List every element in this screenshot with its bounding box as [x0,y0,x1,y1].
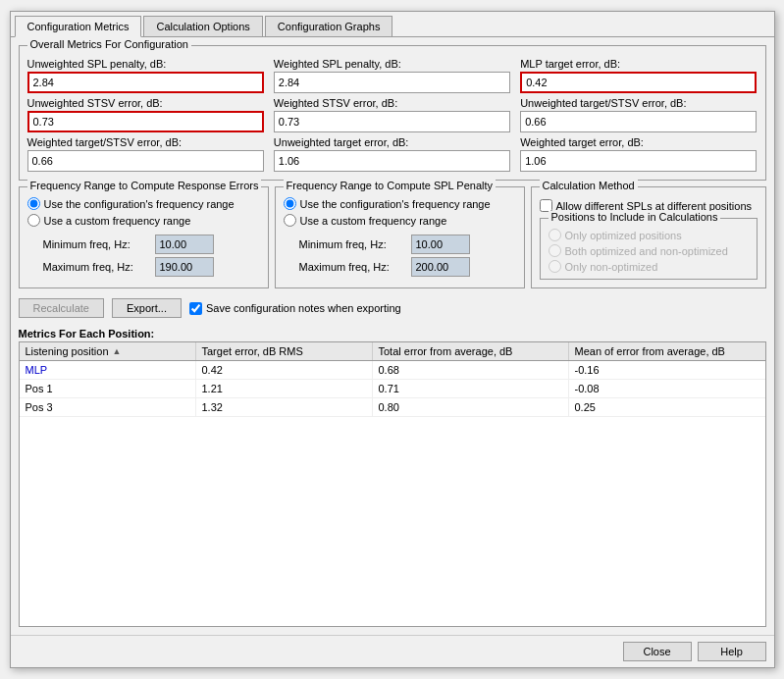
middle-row: Frequency Range to Compute Response Erro… [19,186,766,288]
metric-unweighted-target: Unweighted target error, dB: [274,136,510,172]
save-notes-row: Save configuration notes when exporting [189,302,401,315]
weighted-stsv-label: Weighted STSV error, dB: [274,97,510,109]
freq-spl-title: Frequency Range to Compute SPL Penalty [284,180,497,191]
weighted-spl-label: Weighted SPL penalty, dB: [274,58,510,70]
freq-spl-max-input[interactable] [411,257,470,277]
freq-response-max-label: Maximum freq, Hz: [43,261,151,273]
freq-response-radio2-label[interactable]: Use a custom frequency range [44,215,191,227]
row2-mean-error: 0.25 [569,398,765,416]
weighted-spl-input[interactable] [274,72,510,93]
unweighted-target-stsv-label: Unweighted target/STSV error, dB: [520,97,757,109]
freq-response-max-input[interactable] [155,257,214,277]
save-notes-label[interactable]: Save configuration notes when exporting [206,302,401,314]
row0-target-error: 0.42 [196,361,373,379]
calc-method-group: Calculation Method Allow different SPLs … [531,186,766,288]
positions-radio3-row: Only non-optimized [549,260,749,273]
overall-metrics-group: Overall Metrics For Configuration Unweig… [19,45,766,181]
metric-weighted-target-stsv: Weighted target/STSV error, dB: [27,136,264,172]
positions-radio2-row: Both optimized and non-optimized [549,244,749,257]
close-button[interactable]: Close [623,642,692,661]
sort-arrow-icon: ▲ [113,346,122,356]
metric-weighted-stsv: Weighted STSV error, dB: [274,97,510,132]
freq-spl-min-label: Minimum freq, Hz: [299,238,407,250]
row0-position[interactable]: MLP [20,361,196,379]
action-row: Recalculate Export... Save configuration… [19,294,766,322]
col-mean-error: Mean of error from average, dB [569,342,765,360]
unweighted-spl-input[interactable] [27,72,264,93]
table-row: Pos 1 1.21 0.71 -0.08 [20,380,765,398]
freq-spl-radio1[interactable] [284,197,296,210]
positions-radios: Only optimized positions Both optimized … [549,229,749,273]
metric-unweighted-target-stsv: Unweighted target/STSV error, dB: [520,97,757,132]
weighted-stsv-input[interactable] [274,111,510,132]
help-button[interactable]: Help [698,642,766,661]
freq-response-min-input[interactable] [155,235,214,254]
freq-spl-min-input[interactable] [411,235,470,254]
freq-response-max-row: Maximum freq, Hz: [27,257,260,277]
bottom-bar: Close Help [11,635,774,667]
unweighted-stsv-input[interactable] [27,111,264,132]
row1-position: Pos 1 [20,380,196,397]
freq-response-radio1-label[interactable]: Use the configuration's frequency range [44,198,235,210]
positions-radio2-label: Both optimized and non-optimized [565,245,728,257]
metrics-grid: Unweighted SPL penalty, dB: Weighted SPL… [27,58,758,172]
metric-mlp-target: MLP target error, dB: [520,58,757,93]
row2-total-error: 0.80 [373,398,569,416]
freq-response-inputs: Minimum freq, Hz: Maximum freq, Hz: [27,235,260,277]
unweighted-target-input[interactable] [274,150,510,172]
freq-spl-radio1-row: Use the configuration's frequency range [284,197,516,210]
freq-spl-radio2-row: Use a custom frequency range [284,214,516,227]
positions-group: Positions to Include in Calculations Onl… [540,218,758,280]
freq-spl-radio2[interactable] [284,214,296,227]
overall-metrics-title: Overall Metrics For Configuration [27,38,191,50]
freq-spl-radios: Use the configuration's frequency range … [284,197,516,277]
table-row: Pos 3 1.32 0.80 0.25 [20,398,765,417]
export-button[interactable]: Export... [112,298,182,318]
freq-spl-radio2-label[interactable]: Use a custom frequency range [300,215,447,227]
main-dialog: Configuration Metrics Calculation Option… [10,11,775,668]
metric-weighted-target: Weighted target error, dB: [520,136,757,172]
tab-config-metrics[interactable]: Configuration Metrics [15,16,142,37]
freq-spl-radio1-label[interactable]: Use the configuration's frequency range [300,198,491,210]
row0-total-error: 0.68 [373,361,569,379]
positions-radio1-label: Only optimized positions [565,230,682,241]
row2-target-error: 1.32 [196,398,373,416]
freq-response-radio1-row: Use the configuration's frequency range [27,197,260,210]
freq-response-radio1[interactable] [27,197,40,210]
row1-mean-error: -0.08 [569,380,765,397]
weighted-target-input[interactable] [520,150,757,172]
unweighted-spl-label: Unweighted SPL penalty, dB: [27,58,264,70]
tab-config-graphs[interactable]: Configuration Graphs [265,16,393,36]
recalculate-button[interactable]: Recalculate [19,298,104,318]
weighted-target-stsv-input[interactable] [27,150,264,172]
metric-weighted-spl: Weighted SPL penalty, dB: [274,58,510,93]
calc-method-content: Allow different SPLs at different positi… [540,199,758,280]
positions-radio3 [549,260,561,273]
table-body: MLP 0.42 0.68 -0.16 Pos 1 1.21 0.71 -0.0… [20,361,765,417]
metric-unweighted-stsv: Unweighted STSV error, dB: [27,97,264,132]
row1-total-error: 0.71 [373,380,569,397]
col-total-error: Total error from average, dB [373,342,569,360]
freq-response-radio2[interactable] [27,214,40,227]
tab-calc-options[interactable]: Calculation Options [143,16,262,36]
col-target-error: Target error, dB RMS [196,342,373,360]
freq-spl-group: Frequency Range to Compute SPL Penalty U… [275,186,525,288]
unweighted-target-stsv-input[interactable] [520,111,757,132]
metrics-table-section: Metrics For Each Position: Listening pos… [19,328,766,627]
metric-unweighted-spl: Unweighted SPL penalty, dB: [27,58,264,93]
weighted-target-label: Weighted target error, dB: [520,136,757,148]
save-notes-checkbox[interactable] [189,302,202,315]
mlp-target-input[interactable] [520,72,757,93]
positions-radio3-label: Only non-optimized [565,261,658,273]
unweighted-target-label: Unweighted target error, dB: [274,136,510,148]
table-header: Listening position ▲ Target error, dB RM… [20,342,765,361]
row0-mean-error: -0.16 [569,361,765,379]
freq-response-title: Frequency Range to Compute Response Erro… [27,180,262,191]
data-table: Listening position ▲ Target error, dB RM… [19,341,766,627]
freq-response-min-row: Minimum freq, Hz: [27,235,260,254]
allow-different-spls-label[interactable]: Allow different SPLs at different positi… [556,200,753,212]
table-section-label: Metrics For Each Position: [19,328,766,340]
tab-bar: Configuration Metrics Calculation Option… [11,12,774,37]
freq-response-radio2-row: Use a custom frequency range [27,214,260,227]
freq-spl-inputs: Minimum freq, Hz: Maximum freq, Hz: [284,235,516,277]
